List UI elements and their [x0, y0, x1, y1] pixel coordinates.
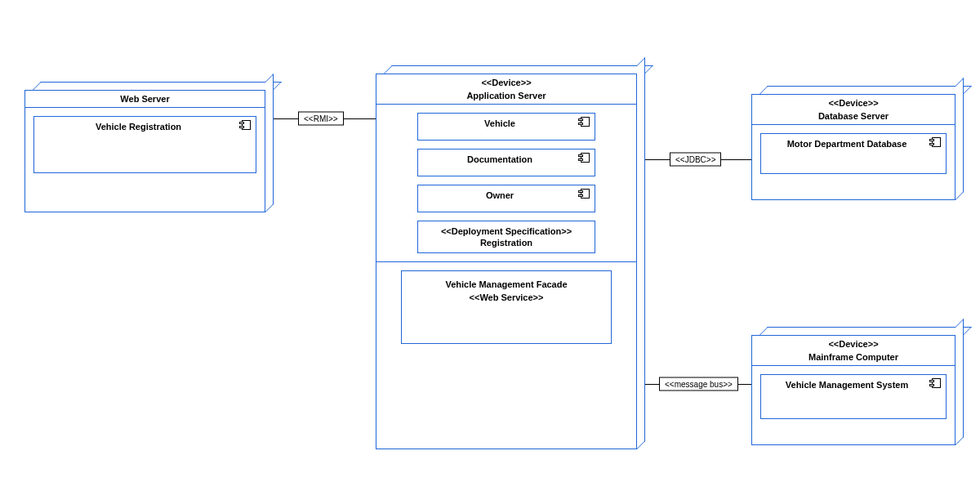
component-icon [578, 153, 590, 163]
node-db-server: <<Device>> Database Server Motor Departm… [751, 94, 956, 200]
component-owner: Owner [417, 185, 595, 212]
component-vms: Vehicle Management System [760, 374, 947, 419]
node-app-server: <<Device>> Application Server Vehicle Do… [376, 74, 637, 449]
component-documentation: Documentation [417, 149, 595, 176]
component-vehicle: Vehicle [417, 113, 595, 141]
connector-rmi-label: <<RMI>> [298, 112, 344, 126]
node-web-server: Web Server Vehicle Registration [24, 90, 265, 212]
connector-msgbus-label: <<message bus>> [659, 377, 738, 391]
mainframe-stereotype: <<Device>> [752, 336, 955, 349]
db-server-stereotype: <<Device>> [752, 95, 955, 108]
component-icon [578, 117, 590, 127]
db-server-title: Database Server [752, 108, 955, 125]
component-vehicle-registration: Vehicle Registration [33, 116, 256, 173]
component-icon [239, 120, 251, 130]
component-icon [578, 189, 590, 199]
mainframe-title: Mainframe Computer [752, 349, 955, 366]
deploy-spec-registration: <<Deployment Specification>> Registratio… [417, 221, 595, 253]
app-server-title: Application Server [376, 87, 636, 105]
app-server-stereotype: <<Device>> [376, 74, 636, 87]
connector-jdbc-label: <<JDBC>> [670, 153, 721, 167]
component-icon [929, 378, 941, 388]
component-icon [929, 137, 941, 147]
component-facade: Vehicle Management Facade <<Web Service>… [401, 270, 612, 344]
web-server-title: Web Server [25, 91, 265, 108]
component-motor-db: Motor Department Database [760, 133, 947, 174]
node-mainframe: <<Device>> Mainframe Computer Vehicle Ma… [751, 335, 956, 445]
